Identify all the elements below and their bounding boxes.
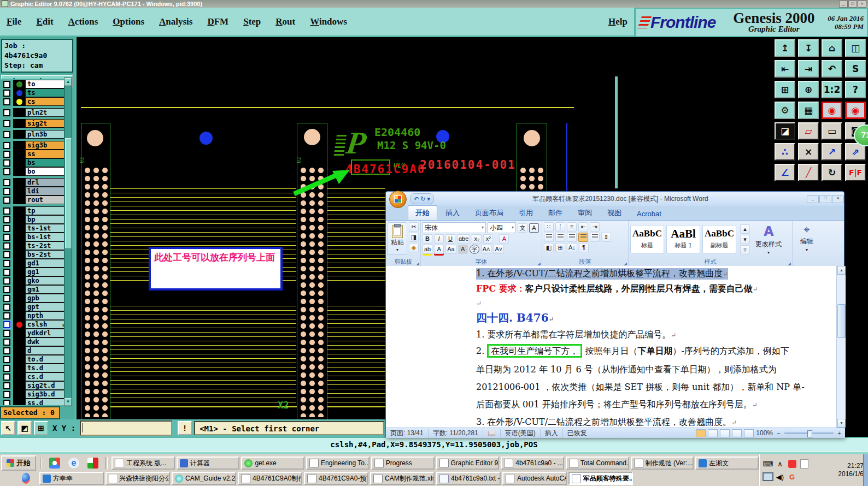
layer-row[interactable]: ⊞to.d (0, 355, 67, 364)
layer-row[interactable]: ⊞ts-2st (0, 241, 67, 250)
menu-file[interactable]: File (7, 16, 21, 27)
grid-snap-button[interactable]: ⊞ (34, 421, 48, 435)
draft-view-icon[interactable] (744, 429, 754, 437)
menu-step[interactable]: Step (243, 16, 261, 27)
layer-row[interactable]: ⊞drl (0, 178, 67, 187)
measure-mode-button[interactable]: ◩ (17, 421, 32, 435)
layer-row[interactable]: ⊞cslsh (0, 320, 67, 329)
layer-visibility-checkbox[interactable] (0, 337, 13, 346)
layer-name[interactable]: ⊞gpb (25, 294, 67, 303)
recovered-indicator[interactable]: 已恢复 (563, 429, 591, 438)
copy-button[interactable]: ◨ (409, 233, 419, 242)
underline-button[interactable]: U (445, 234, 455, 244)
page-indicator[interactable]: 页面: 13/41 (386, 429, 429, 438)
layer-name[interactable]: ⊞ts-2st (25, 241, 67, 250)
layer-name[interactable]: ⊞ydkdrl (25, 329, 67, 337)
character-border-button[interactable]: A (529, 223, 539, 233)
styles-scroll-down-icon[interactable]: ▾ (740, 235, 750, 244)
show-marks-button[interactable]: ¶ (579, 243, 589, 252)
media-player-icon[interactable] (87, 458, 98, 469)
layer-visibility-checkbox[interactable] (0, 233, 13, 241)
ribbon-tab[interactable]: 视图 (600, 206, 629, 220)
zoom-slider[interactable] (784, 432, 834, 434)
taskbar-button[interactable]: get.exe (241, 457, 304, 470)
scroll-down-icon[interactable]: ▼ (837, 419, 846, 428)
layer-visibility-checkbox[interactable] (0, 167, 13, 176)
shrink-font-button[interactable]: A˅ (493, 245, 504, 254)
shading-button[interactable]: ◧ (544, 243, 554, 252)
toolbar-button[interactable]: ⇤ (775, 60, 795, 78)
layer-visibility-checkbox[interactable] (0, 285, 13, 294)
tray-app-icon[interactable] (788, 460, 796, 468)
menu-windows[interactable]: Windows (310, 16, 347, 27)
align-left-button[interactable] (544, 233, 554, 242)
increase-indent-button[interactable]: ⇥ (590, 222, 600, 232)
layer-name[interactable]: ⊞d (25, 346, 67, 355)
decrease-indent-button[interactable]: ⇤ (578, 222, 588, 232)
layer-row[interactable]: ⊞ss (0, 150, 67, 158)
menu-help[interactable]: Help (608, 16, 627, 27)
change-case-button[interactable]: Aa (445, 245, 456, 254)
layer-visibility-checkbox[interactable] (0, 141, 13, 150)
dialog-launcher-icon[interactable]: ◢ (624, 262, 627, 266)
layer-visibility-checkbox[interactable] (0, 150, 13, 158)
taskbar-button[interactable]: 兴森快捷衡阳分公... (105, 472, 170, 485)
subscript-button[interactable]: x₂ (472, 234, 482, 244)
layer-name[interactable]: ⊞cslsh (25, 320, 67, 329)
layer-visibility-checkbox[interactable] (0, 294, 13, 303)
layer-list-scrollbar[interactable]: ▲ ▼ (64, 78, 72, 406)
word-restore-button[interactable]: □ (819, 195, 831, 203)
web-view-icon[interactable] (720, 429, 730, 437)
layer-name[interactable]: ⊞to.d (25, 355, 67, 364)
layer-visibility-checkbox[interactable] (0, 224, 13, 233)
language-indicator[interactable]: 英语(美国) (501, 429, 541, 438)
menu-actions[interactable]: Actions (68, 16, 98, 27)
taskbar-button[interactable]: 左湘文 (695, 457, 759, 470)
layer-visibility-checkbox[interactable] (0, 187, 13, 195)
styles-gallery-more-icon[interactable]: ▿ (740, 245, 750, 254)
layer-visibility-checkbox[interactable] (0, 80, 13, 88)
taskbar-button[interactable]: Progress (371, 457, 435, 470)
bullets-button[interactable]: ∷ (544, 222, 554, 232)
layer-name[interactable]: ⊞gd1 (25, 259, 67, 268)
layer-row[interactable]: ⊞cs (0, 97, 67, 106)
font-size-select[interactable]: 小四▾ (488, 222, 516, 233)
ribbon-tab[interactable]: 邮件 (541, 206, 570, 220)
bold-button[interactable]: B (423, 234, 432, 244)
layer-name[interactable]: ⊞gko (25, 276, 67, 285)
align-center-button[interactable] (555, 233, 565, 242)
word-window[interactable]: ↶ ↻ ▾ 军品顾客特殊要求20151230.doc [兼容模式] - Micr… (385, 191, 844, 437)
grow-font-button[interactable]: A˄ (481, 245, 492, 254)
menu-rout[interactable]: Rout (275, 16, 295, 27)
layer-row[interactable]: ⊞sig3b (0, 141, 67, 150)
dialog-launcher-icon[interactable]: ◢ (417, 262, 419, 266)
maximize-button[interactable]: □ (848, 1, 857, 8)
layer-name[interactable]: ⊞pln2t (25, 108, 67, 117)
toolbar-button[interactable]: ◉ (822, 102, 842, 119)
strikethrough-button[interactable]: abe (457, 234, 470, 244)
layer-visibility-checkbox[interactable] (0, 108, 13, 117)
ribbon-tab[interactable]: 引用 (512, 206, 540, 220)
layer-row[interactable]: ⊞bs-1st (0, 233, 67, 241)
dialog-launcher-icon[interactable]: ◢ (538, 262, 541, 266)
style-card-heading1[interactable]: AaBl标题 1 (666, 225, 700, 253)
layer-name[interactable]: ⊞npth (25, 311, 67, 320)
layer-row[interactable]: ⊞bo (0, 167, 67, 176)
layer-name[interactable]: ⊞sig3b.d (25, 390, 67, 399)
layer-name[interactable]: ⊞bo (25, 167, 67, 176)
toolbar-button[interactable]: F|F (845, 164, 866, 181)
layer-row[interactable]: ⊞pln2t (0, 108, 67, 117)
layer-visibility-checkbox[interactable] (0, 97, 13, 106)
layer-name[interactable]: ⊞to (25, 80, 67, 88)
highlight-color-button[interactable]: ab (423, 245, 432, 254)
scrollbar-thumb[interactable] (837, 304, 846, 338)
sort-button[interactable]: A↓ (567, 243, 577, 252)
zoom-level[interactable]: 100% (756, 429, 773, 437)
toolbar-button[interactable]: ↥ (775, 39, 795, 57)
layer-row[interactable]: ⊞npth (0, 311, 67, 320)
layer-visibility-checkbox[interactable] (0, 303, 13, 311)
snap-mode-button[interactable]: ↖ (1, 421, 15, 435)
layer-name[interactable]: ⊞ss (25, 150, 67, 158)
layer-row[interactable]: ⊞ts (0, 88, 67, 97)
toolbar-button[interactable]: ⇥ (798, 60, 819, 78)
